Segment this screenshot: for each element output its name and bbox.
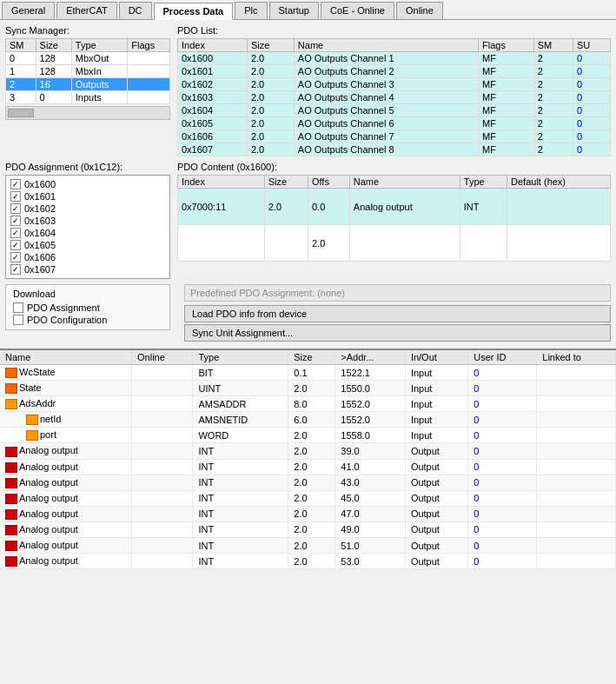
output-icon (5, 525, 17, 535)
tab-online[interactable]: Online (396, 2, 443, 19)
pdo-cell-sm: 2 (533, 117, 573, 130)
pdo-list-row[interactable]: 0x16072.0AO Outputs Channel 8MF20 (178, 143, 611, 156)
pdo-cell-flags: MF (479, 78, 534, 91)
pdo-assign-item[interactable]: ✓0x1602 (9, 203, 167, 215)
tab-ethercat[interactable]: EtherCAT (56, 2, 116, 19)
table-row[interactable]: State UINT 2.0 1550.0 Input 0 (0, 381, 616, 396)
table-row[interactable]: netId AMSNETID 6.0 1552.0 Input 0 (0, 412, 616, 428)
sm-row[interactable]: 216Outputs (6, 78, 170, 91)
pdo-assign-item[interactable]: ✓0x1606 (9, 251, 167, 263)
pdo-list-row[interactable]: 0x16062.0AO Outputs Channel 7MF20 (178, 130, 611, 143)
assign-checkbox[interactable]: ✓ (10, 264, 21, 275)
table-row[interactable]: Analog output INT 2.0 49.0 Output 0 (0, 521, 616, 537)
action-section: Download PDO Assignment PDO Configuratio… (0, 284, 616, 349)
pdo-list-row[interactable]: 0x16012.0AO Outputs Channel 2MF20 (178, 65, 611, 78)
sm-cell-sm: 1 (6, 65, 36, 78)
predefined-bar: Predefined PDO Assignment: (none) (184, 284, 611, 302)
bt-cell-size: 8.0 (288, 396, 335, 412)
tab-plc[interactable]: Plc (235, 2, 267, 19)
bt-cell-name: netId (0, 412, 132, 428)
table-row[interactable]: Analog output INT 2.0 39.0 Output 0 (0, 443, 616, 459)
assign-checkbox[interactable]: ✓ (10, 191, 21, 202)
sm-row[interactable]: 30Inputs (6, 91, 170, 104)
bt-cell-size: 2.0 (288, 475, 335, 490)
pdo-assign-item[interactable]: ✓0x1604 (9, 227, 167, 239)
pdo-assignment-checkbox[interactable] (13, 302, 23, 313)
sm-scrollbar-thumb[interactable] (8, 109, 34, 117)
sm-row[interactable]: 1128MbxIn (6, 65, 170, 78)
assign-label: 0x1602 (24, 203, 56, 214)
assign-checkbox[interactable]: ✓ (10, 228, 21, 238)
tab-startup[interactable]: Startup (269, 2, 319, 19)
table-row[interactable]: Analog output INT 2.0 51.0 Output 0 (0, 538, 616, 554)
pdo-assignment-label: PDO Assignment (27, 302, 100, 313)
pdo-assign-item[interactable]: ✓0x1603 (9, 215, 167, 227)
pdo-list-row[interactable]: 0x16052.0AO Outputs Channel 6MF20 (178, 117, 611, 130)
sm-row[interactable]: 0128MbxOut (6, 52, 170, 65)
tab-coe-online[interactable]: CoE - Online (321, 2, 394, 19)
bt-cell-name: State (0, 381, 132, 396)
pdo-config-checkbox[interactable] (13, 315, 23, 325)
bt-col-linkedto: Linked to (537, 350, 616, 365)
pdo-col-name: Name (294, 39, 478, 52)
bt-cell-addr: 1522.1 (335, 365, 406, 381)
assign-checkbox[interactable]: ✓ (10, 252, 21, 262)
table-row[interactable]: WcState BIT 0.1 1522.1 Input 0 (0, 365, 616, 381)
pdo-assign-item[interactable]: ✓0x1605 (9, 239, 167, 251)
tab-process-data[interactable]: Process Data (154, 3, 234, 20)
bt-cell-inout: Output (405, 506, 467, 521)
assign-label: 0x1600 (24, 179, 56, 189)
content-row[interactable]: 2.0 (178, 225, 611, 262)
table-row[interactable]: AdsAddr AMSADDR 8.0 1552.0 Input 0 (0, 396, 616, 412)
assign-checkbox[interactable]: ✓ (10, 179, 21, 189)
sync-unit-button[interactable]: Sync Unit Assignment... (184, 324, 611, 342)
table-row[interactable]: Analog output INT 2.0 47.0 Output 0 (0, 506, 616, 521)
table-row[interactable]: Analog output INT 2.0 43.0 Output 0 (0, 475, 616, 490)
sm-col-type: Type (71, 39, 127, 52)
input-icon (5, 383, 17, 394)
tab-general[interactable]: General (2, 2, 55, 19)
bt-cell-linkedto (537, 396, 616, 412)
pdo-assign-item[interactable]: ✓0x1607 (9, 263, 167, 276)
assign-checkbox[interactable]: ✓ (10, 240, 21, 250)
pdo-list-row[interactable]: 0x16002.0AO Outputs Channel 1MF20 (178, 52, 611, 65)
sm-cell-size: 128 (36, 52, 71, 65)
load-pdo-button[interactable]: Load PDO info from device (184, 305, 611, 322)
sm-scrollbar[interactable] (5, 106, 170, 120)
pdo-assign-item[interactable]: ✓0x1601 (9, 190, 167, 203)
pdo-assign-item[interactable]: ✓0x1600 (9, 178, 167, 190)
pdo-cell-flags: MF (479, 143, 534, 156)
ct-cell-name (349, 225, 460, 262)
pdo-cell-su: 0 (573, 91, 610, 104)
table-row[interactable]: Analog output INT 2.0 53.0 Output 0 (0, 554, 616, 569)
pdo-list-row[interactable]: 0x16022.0AO Outputs Channel 3MF20 (178, 78, 611, 91)
content-row[interactable]: 0x7000:112.00.0Analog outputINT (178, 189, 611, 225)
pdo-cell-flags: MF (479, 104, 534, 117)
pdo-assignment-title: PDO Assignment (0x1C12): (5, 162, 170, 172)
sync-manager-panel: Sync Manager: SM Size Type Flags 0128Mbx… (5, 25, 170, 156)
table-row[interactable]: port WORD 2.0 1558.0 Input 0 (0, 428, 616, 443)
table-row[interactable]: Analog output INT 2.0 45.0 Output 0 (0, 490, 616, 506)
ct-cell-type: INT (460, 189, 507, 225)
sync-manager-title: Sync Manager: (5, 25, 170, 36)
ct-col-default: Default (hex) (507, 176, 611, 189)
pdo-col-size: Size (247, 39, 294, 52)
bt-cell-type: INT (193, 459, 288, 475)
pdo-cell-index: 0x1603 (178, 91, 248, 104)
output-icon (5, 541, 17, 551)
ct-col-size: Size (264, 176, 308, 189)
pdo-list-row[interactable]: 0x16032.0AO Outputs Channel 4MF20 (178, 91, 611, 104)
pdo-cell-size: 2.0 (247, 65, 294, 78)
table-row[interactable]: Analog output INT 2.0 41.0 Output 0 (0, 459, 616, 475)
ct-cell-index: 0x7000:11 (178, 189, 265, 225)
bt-cell-userid: 0 (468, 381, 537, 396)
bt-cell-addr: 51.0 (335, 538, 406, 554)
assign-checkbox[interactable]: ✓ (10, 216, 21, 226)
tab-dc[interactable]: DC (119, 2, 152, 19)
pdo-cell-su: 0 (573, 104, 610, 117)
assign-checkbox[interactable]: ✓ (10, 203, 21, 214)
pdo-list-row[interactable]: 0x16042.0AO Outputs Channel 5MF20 (178, 104, 611, 117)
sm-cell-size: 16 (36, 78, 71, 91)
bt-cell-name: Analog output (0, 443, 132, 459)
assign-label: 0x1607 (24, 264, 56, 275)
